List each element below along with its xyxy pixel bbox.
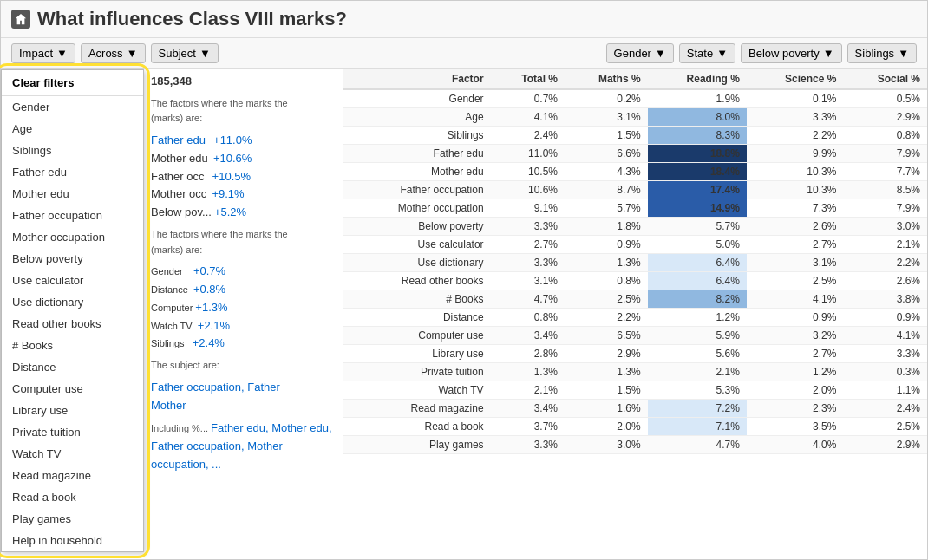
dropdown-item-read-other-books[interactable]: Read other books — [2, 313, 143, 335]
dropdown-item-use-calculator[interactable]: Use calculator — [2, 270, 143, 291]
value-cell: 11.0% — [491, 145, 565, 163]
siblings-filter[interactable]: Siblings ▼ — [847, 43, 917, 63]
dropdown-item-library-use[interactable]: Library use — [2, 400, 143, 421]
table-row: Computer use3.4%6.5%5.9%3.2%4.1% — [343, 327, 927, 345]
factor-cell: Mother occupation — [343, 199, 491, 218]
dropdown-item-father-edu[interactable]: Father edu — [2, 161, 143, 183]
value-cell: 9.1% — [491, 199, 565, 218]
dropdown-item-father-occupation[interactable]: Father occupation — [2, 205, 143, 226]
value-cell: 7.2% — [648, 400, 747, 418]
value-cell: 6.4% — [648, 272, 747, 290]
value-cell: 2.7% — [491, 236, 565, 254]
dropdown-item-siblings[interactable]: Siblings — [2, 140, 143, 161]
subject-dropdown[interactable]: Subject ▼ — [151, 43, 219, 63]
dropdown-item-books[interactable]: # Books — [2, 335, 143, 356]
dropdown-item-read-book[interactable]: Read a book — [2, 486, 143, 508]
factor-cell: Siblings — [343, 127, 491, 145]
value-cell: 4.1% — [491, 108, 565, 127]
table-row: Father edu11.0%6.6%18.8%9.9%7.9% — [343, 145, 927, 163]
value-cell: 3.4% — [491, 400, 565, 418]
table-row: Father occupation10.6%8.7%17.4%10.3%8.5% — [343, 181, 927, 199]
clear-filters-item[interactable]: Clear filters — [2, 70, 143, 96]
table-row: Library use2.8%2.9%5.6%2.7%3.3% — [343, 345, 927, 363]
filter-buttons: Gender ▼ State ▼ Below poverty ▼ Sibling… — [606, 43, 917, 63]
dropdown-item-gender[interactable]: Gender — [2, 96, 143, 118]
value-cell: 1.3% — [491, 363, 565, 381]
value-cell: 5.6% — [648, 345, 747, 363]
value-cell: 10.3% — [747, 181, 843, 199]
across-dropdown[interactable]: Across ▼ — [81, 43, 146, 63]
value-cell: 2.2% — [565, 309, 648, 327]
value-cell: 5.9% — [648, 327, 747, 345]
value-cell: 18.4% — [648, 163, 747, 181]
col-header-total: Total % — [491, 69, 565, 89]
factor-cell: Below poverty — [343, 218, 491, 236]
value-cell: 3.4% — [491, 327, 565, 345]
factor-cell: Use dictionary — [343, 254, 491, 272]
dropdown-item-use-dictionary[interactable]: Use dictionary — [2, 291, 143, 313]
value-cell: 0.7% — [491, 89, 565, 108]
dropdown-item-private-tuition[interactable]: Private tuition — [2, 421, 143, 443]
page: What influences Class VIII marks? Impact… — [0, 0, 928, 560]
dropdown-item-below-poverty[interactable]: Below poverty — [2, 248, 143, 270]
chevron-down-icon: ▼ — [127, 47, 138, 60]
value-cell: 7.9% — [843, 199, 927, 218]
below-poverty-filter[interactable]: Below poverty ▼ — [741, 43, 842, 63]
value-cell: 2.5% — [747, 272, 843, 290]
value-cell: 4.7% — [491, 290, 565, 309]
table-row: Below poverty3.3%1.8%5.7%2.6%3.0% — [343, 218, 927, 236]
col-header-factor: Factor — [343, 69, 491, 89]
table-row: Age4.1%3.1%8.0%3.3%2.9% — [343, 108, 927, 127]
factor-cell: Father occupation — [343, 181, 491, 199]
value-cell: 2.0% — [565, 418, 648, 436]
dropdown-item-mother-edu[interactable]: Mother edu — [2, 183, 143, 205]
value-cell: 0.8% — [843, 127, 927, 145]
dropdown-item-read-magazine[interactable]: Read magazine — [2, 465, 143, 486]
factor-cell: Computer use — [343, 327, 491, 345]
value-cell: 8.3% — [648, 127, 747, 145]
factor-cell: Mother edu — [343, 163, 491, 181]
table-row: Play games3.3%3.0%4.7%4.0%2.9% — [343, 436, 927, 454]
value-cell: 5.7% — [648, 218, 747, 236]
factor-cell: Play games — [343, 436, 491, 454]
factor-cell: Library use — [343, 345, 491, 363]
value-cell: 2.9% — [843, 108, 927, 127]
value-cell: 7.9% — [843, 145, 927, 163]
col-header-maths: Maths % — [565, 69, 648, 89]
value-cell: 1.1% — [843, 381, 927, 400]
col-header-science: Science % — [747, 69, 843, 89]
table-row: Mother occupation9.1%5.7%14.9%7.3%7.9% — [343, 199, 927, 218]
value-cell: 2.5% — [565, 290, 648, 309]
impact-dropdown[interactable]: Impact ▼ — [11, 43, 75, 63]
value-cell: 3.0% — [843, 218, 927, 236]
value-cell: 5.3% — [648, 381, 747, 400]
dropdown-item-watch-tv[interactable]: Watch TV — [2, 443, 143, 465]
value-cell: 6.6% — [565, 145, 648, 163]
content-area: Clear filters Gender Age Siblings Father… — [1, 69, 927, 553]
value-cell: 2.4% — [491, 127, 565, 145]
dropdown-item-mother-occupation[interactable]: Mother occupation — [2, 226, 143, 248]
value-cell: 3.1% — [565, 108, 648, 127]
dropdown-item-distance[interactable]: Distance — [2, 356, 143, 378]
dropdown-item-computer-use[interactable]: Computer use — [2, 378, 143, 400]
data-table: Factor Total % Maths % Reading % Science… — [343, 69, 927, 454]
col-header-reading: Reading % — [648, 69, 747, 89]
value-cell: 1.3% — [565, 254, 648, 272]
dropdown-item-play-games[interactable]: Play games — [2, 508, 143, 530]
value-cell: 2.5% — [843, 418, 927, 436]
value-cell: 2.1% — [648, 363, 747, 381]
value-cell: 4.3% — [565, 163, 648, 181]
value-cell: 6.4% — [648, 254, 747, 272]
value-cell: 3.3% — [491, 254, 565, 272]
value-cell: 7.7% — [843, 163, 927, 181]
state-filter[interactable]: State ▼ — [679, 43, 735, 63]
value-cell: 2.6% — [747, 218, 843, 236]
dropdown-item-age[interactable]: Age — [2, 118, 143, 140]
home-icon[interactable] — [11, 10, 30, 29]
gender-filter[interactable]: Gender ▼ — [606, 43, 674, 63]
value-cell: 1.2% — [747, 363, 843, 381]
value-cell: 5.7% — [565, 199, 648, 218]
value-cell: 1.8% — [565, 218, 648, 236]
page-title: What influences Class VIII marks? — [37, 8, 347, 30]
dropdown-item-help-household[interactable]: Help in household — [2, 530, 143, 551]
